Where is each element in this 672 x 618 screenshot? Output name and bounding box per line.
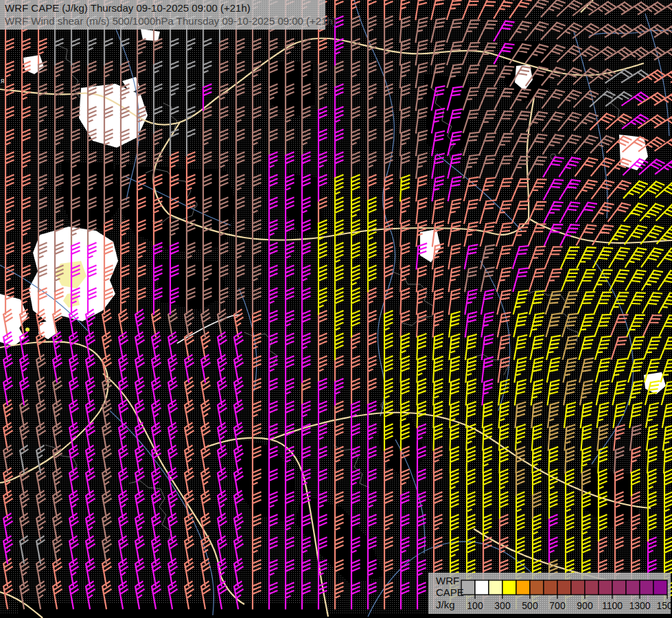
legend-color-box [585,580,599,595]
legend-tick-label: 500 [522,600,538,611]
weather-map-screen: я WRF CAPE (J/kg) Thursday 09-10-2025 09… [0,0,672,618]
title-box: WRF CAPE (J/kg) Thursday 09-10-2025 09:0… [0,0,325,30]
legend-color-scale: 100300500700900110013001500 [428,573,671,614]
legend-color-box [612,580,626,595]
cape-legend: WRF CAPE J/kg 10030050070090011001300150… [428,573,671,614]
legend-color-box [502,580,516,595]
map-canvas [0,0,672,618]
legend-label-cape: CAPE [436,586,464,598]
legend-tick-label: 1500 [656,600,671,611]
legend-tick-label: 100 [467,600,483,611]
legend-color-box [626,580,640,595]
legend-color-box [640,580,653,595]
partial-place-label: я [1,77,4,84]
legend-color-box [557,580,571,595]
legend-tick-label: 1100 [602,600,623,611]
title-line-windshear: WRF Wind shear (m/s) 500/1000hPa Thursda… [5,14,325,27]
legend-color-box [475,580,489,595]
legend-tick-label: 900 [577,600,593,611]
legend-color-box [571,580,585,595]
legend-label-unit: J/kg [436,599,455,610]
legend-label-wrf: WRF [436,575,459,586]
title-line-cape: WRF CAPE (J/kg) Thursday 09-10-2025 09:0… [5,1,325,14]
legend-color-box [653,580,667,595]
legend-tick-label: 700 [549,600,566,611]
legend-tick-label: 300 [494,600,511,611]
legend-color-box [516,580,530,595]
legend-tick-label: 1300 [629,600,650,611]
legend-color-box [599,580,612,595]
legend-color-box [544,580,557,595]
wind-barbs-layer [3,0,672,608]
wind-barb-group-k [515,291,608,608]
legend-color-box [489,580,502,595]
legend-color-box [530,580,544,595]
